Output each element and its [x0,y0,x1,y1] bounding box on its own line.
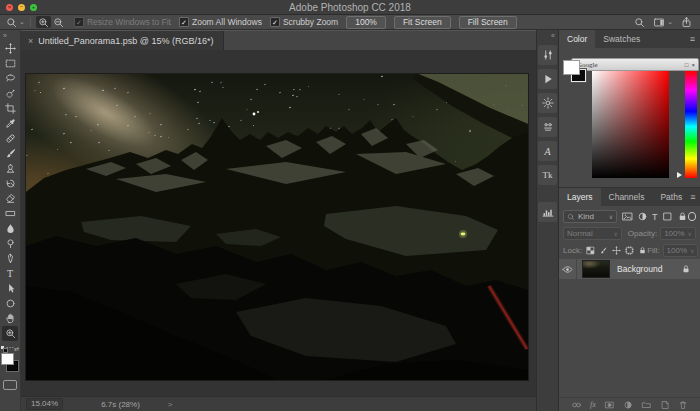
gradient-tool[interactable] [2,206,18,221]
quick-selection-tool[interactable] [2,86,18,101]
adjustment-layer-icon[interactable] [623,400,633,410]
layer-mask-icon[interactable] [604,400,615,410]
move-tool[interactable] [2,41,18,56]
hue-slider[interactable] [685,71,697,178]
histogram-panel-button[interactable] [538,202,557,222]
crop-tool[interactable] [2,101,18,116]
layer-thumbnail[interactable] [582,260,610,278]
close-window-icon[interactable]: × [691,62,695,68]
foreground-color-swatch[interactable] [1,353,14,365]
eraser-tool[interactable] [2,191,18,206]
default-colors-icon[interactable] [1,346,8,352]
filter-toggle[interactable] [688,212,696,221]
close-tab-icon[interactable]: × [28,36,33,46]
filter-adjustment-icon[interactable] [637,211,648,222]
search-icon[interactable] [634,17,645,28]
options-bar: ⌄ ✓ Resize Windows to Fit ✓ Zoom All Win… [0,15,700,30]
filter-shape-icon[interactable] [662,211,673,222]
typekit-panel-button[interactable]: Tk [538,165,557,185]
glyphs-panel-button[interactable]: A [538,141,557,161]
path-selection-tool[interactable] [2,281,18,296]
tab-channels[interactable]: Channels [601,188,653,206]
zoom-all-windows-checkbox[interactable]: ✓ Zoom All Windows [179,17,262,27]
layer-style-icon[interactable]: fx [590,400,596,409]
layer-name[interactable]: Background [617,264,662,274]
new-group-icon[interactable] [641,400,652,410]
restore-window-icon[interactable]: □ [685,62,689,68]
quick-mask-button[interactable] [3,380,17,390]
dodge-tool[interactable] [2,236,18,251]
eyedropper-tool[interactable] [2,116,18,131]
layer-visibility-toggle[interactable] [559,259,577,279]
link-layers-icon[interactable] [571,400,582,410]
zoom-in-button[interactable] [36,16,51,28]
lock-position-icon[interactable] [612,246,621,255]
zoom-100-button[interactable]: 100% [346,16,386,29]
fill-dropdown[interactable]: 100% ∨ [663,244,699,257]
history-brush-tool[interactable] [2,176,18,191]
panel-menu-icon[interactable]: ≡ [690,192,695,202]
filter-kind-dropdown[interactable]: Kind ∨ [563,210,617,223]
spot-healing-brush-tool[interactable] [2,131,18,146]
adjustments-panel-button[interactable] [538,93,557,113]
filter-image-icon[interactable] [622,211,633,222]
zoom-level-field[interactable]: 15.04% [26,398,63,410]
photoshop-window: × − + Adobe Photoshop CC 2018 ⌄ ✓ Resize… [0,0,700,411]
workspace-icon [653,17,665,28]
tab-paths[interactable]: Paths [652,188,690,206]
filter-smart-object-icon[interactable] [677,211,688,222]
scrubby-zoom-checkbox[interactable]: ✓ Scrubby Zoom [270,17,338,27]
tab-color[interactable]: Color [559,30,595,48]
layers-panel: Layers Channels Paths ≡ Kind ∨ [559,188,700,411]
lasso-tool[interactable] [2,71,18,86]
share-icon[interactable] [681,16,692,28]
blur-tool[interactable] [2,221,18,236]
foreground-color-swatch[interactable] [563,60,580,75]
delete-layer-icon[interactable] [678,400,688,410]
layers-footer: fx [559,397,700,411]
new-layer-icon[interactable] [660,400,670,410]
fill-label: Fill: [647,246,659,255]
color-panel: Color Swatches ≡ Google □ × [559,30,700,188]
libraries-panel-button[interactable] [538,117,557,137]
tab-layers[interactable]: Layers [559,188,601,206]
pen-tool[interactable] [2,251,18,266]
canvas-pasteboard[interactable] [21,50,536,396]
status-chevron-icon[interactable]: > [168,400,173,409]
saturation-brightness-field[interactable] [592,71,669,178]
type-tool[interactable]: T [2,266,18,281]
opacity-dropdown[interactable]: 100% ∨ [660,227,696,240]
google-floating-window[interactable]: Google □ × [571,58,699,71]
document-image[interactable] [26,74,528,380]
document-tab[interactable]: × Untitled_Panorama1.psb @ 15% (RGB/16*) [21,31,224,50]
tab-swatches[interactable]: Swatches [595,30,648,48]
current-tool-preset[interactable]: ⌄ [6,17,25,28]
zoom-tool[interactable] [2,326,18,341]
ellipse-tool[interactable] [2,296,18,311]
filter-type-icon[interactable]: T [652,212,658,222]
toolbar-collapse-button[interactable]: » [3,30,7,41]
lock-transparency-icon[interactable] [586,246,595,255]
fit-screen-button[interactable]: Fit Screen [394,16,451,29]
lock-label: Lock: [563,246,582,255]
document-info[interactable]: 6.7s (28%) [101,400,140,409]
panel-menu-icon[interactable]: ≡ [690,34,695,44]
lock-all-icon[interactable] [638,246,647,255]
blend-mode-dropdown[interactable]: Normal ∨ [563,227,622,240]
actions-panel-button[interactable] [538,69,557,89]
clone-stamp-tool[interactable] [2,161,18,176]
lock-pixels-icon[interactable] [599,246,608,255]
lock-artboard-icon[interactable] [625,246,634,255]
workspace-switcher[interactable]: ⌄ [653,17,673,28]
hand-tool[interactable] [2,311,18,326]
properties-panel-button[interactable] [538,45,557,65]
hue-slider-handle[interactable] [677,172,682,178]
zoom-out-button[interactable] [51,16,66,28]
layer-row-background[interactable]: Background [559,259,700,279]
rectangular-marquee-tool[interactable] [2,56,18,71]
opacity-value: 100% [664,229,684,238]
brush-tool[interactable] [2,146,18,161]
fill-screen-button[interactable]: Fill Screen [459,16,517,29]
swap-colors-icon[interactable]: ⇄ [14,345,19,352]
dock-collapse-button[interactable]: « [551,30,555,41]
